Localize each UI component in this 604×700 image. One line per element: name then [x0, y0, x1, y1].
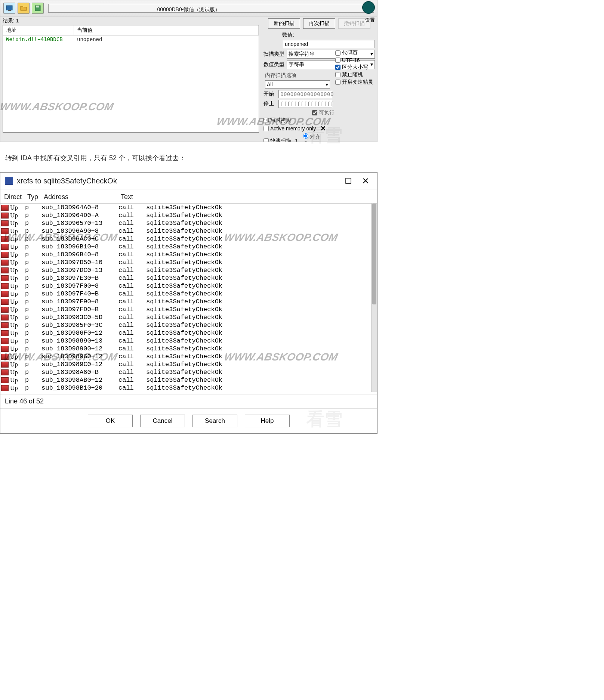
xref-row[interactable]: Uppsub_183D98B10+20callsqlite3SafetyChec… [0, 384, 371, 392]
start-address-input[interactable]: 0000000000000000 [278, 90, 332, 98]
utf16-checkbox[interactable] [335, 58, 340, 63]
select-process-icon[interactable] [3, 3, 15, 14]
xref-direction: Up [10, 321, 25, 329]
col-address[interactable]: Address [44, 193, 121, 201]
xref-address: sub_183D97F90+8 [41, 298, 118, 306]
xref-target: sqlite3SafetyCheckOk [146, 360, 371, 368]
xref-row[interactable]: Uppsub_183D97D50+10callsqlite3SafetyChec… [0, 258, 371, 266]
svg-rect-1 [8, 10, 11, 11]
new-scan-button[interactable]: 新的扫描 [268, 18, 300, 29]
xref-type: p [25, 211, 41, 219]
xref-instr: call [118, 204, 146, 211]
col-text[interactable]: Text [121, 193, 375, 201]
xref-direction: Up [10, 219, 25, 227]
xref-type: p [25, 290, 41, 298]
result-row[interactable]: Weixin.dll+410BDCB unopened [3, 35, 259, 43]
xref-row[interactable]: Uppsub_183D98890+13callsqlite3SafetyChec… [0, 337, 371, 345]
xref-row[interactable]: Uppsub_183D97F40+Bcallsqlite3SafetyCheck… [0, 290, 371, 298]
xref-direction: Up [10, 290, 25, 298]
xref-row[interactable]: Uppsub_183D97F00+8callsqlite3SafetyCheck… [0, 282, 371, 290]
stop-address-input[interactable]: ffffffffffffffff [278, 100, 332, 108]
xref-icon [1, 322, 9, 328]
xref-row[interactable]: Uppsub_183D96A90+8callsqlite3SafetyCheck… [0, 227, 371, 235]
xref-direction: Up [10, 204, 25, 211]
xref-row[interactable]: Uppsub_183D964A0+8callsqlite3SafetyCheck… [0, 204, 371, 211]
xref-row[interactable]: Uppsub_183D98900+12callsqlite3SafetyChec… [0, 345, 371, 353]
xref-row[interactable]: Uppsub_183D96B40+8callsqlite3SafetyCheck… [0, 251, 371, 258]
xref-instr: call [118, 329, 146, 337]
start-label: 开始 [264, 91, 276, 97]
col-direct[interactable]: Direct [3, 193, 27, 201]
xref-row[interactable]: Uppsub_183D964D0+Acallsqlite3SafetyCheck… [0, 211, 371, 219]
ida-titlebar[interactable]: xrefs to sqlite3SafetyCheckOk [0, 173, 377, 189]
xref-row[interactable]: Uppsub_183D983C0+5Dcallsqlite3SafetyChec… [0, 313, 371, 321]
xref-row[interactable]: Uppsub_183D98A60+Bcallsqlite3SafetyCheck… [0, 368, 371, 376]
close-icon[interactable] [358, 176, 373, 186]
xref-icon [1, 252, 9, 258]
scrollbar-thumb[interactable] [372, 204, 376, 304]
xref-type: p [25, 274, 41, 282]
xref-direction: Up [10, 360, 25, 368]
vertical-scrollbar[interactable] [371, 204, 377, 392]
xref-row[interactable]: Uppsub_183D97F90+8callsqlite3SafetyCheck… [0, 298, 371, 306]
xref-instr: call [118, 313, 146, 321]
xref-row[interactable]: Uppsub_183D986F0+12callsqlite3SafetyChec… [0, 329, 371, 337]
xref-row[interactable]: Uppsub_183D97FD0+Bcallsqlite3SafetyCheck… [0, 306, 371, 313]
xref-row[interactable]: Uppsub_183D98960+12callsqlite3SafetyChec… [0, 353, 371, 360]
xref-instr: call [118, 306, 146, 313]
executable-checkbox[interactable] [312, 110, 317, 115]
xref-target: sqlite3SafetyCheckOk [146, 243, 371, 251]
xref-row[interactable]: Uppsub_183D97DC0+13callsqlite3SafetyChec… [0, 266, 371, 274]
col-current-value[interactable]: 当前值 [74, 25, 259, 35]
xref-row[interactable]: Uppsub_183D96570+13callsqlite3SafetyChec… [0, 219, 371, 227]
cow-checkbox[interactable] [264, 118, 269, 123]
xref-direction: Up [10, 353, 25, 360]
settings-label[interactable]: 设置 [365, 17, 375, 24]
results-list[interactable]: 地址 当前值 Weixin.dll+410BDCB unopened [3, 25, 259, 133]
mem-range-select[interactable]: All▾ [265, 80, 330, 89]
scan-value-input[interactable]: unopened [283, 40, 375, 48]
narrative-text: 转到 IDA 中找所有交叉引用，只有 52 个，可以挨个看过去： [5, 153, 372, 163]
xref-row[interactable]: Uppsub_183D989C0+12callsqlite3SafetyChec… [0, 360, 371, 368]
next-scan-button[interactable]: 再次扫描 [303, 18, 335, 29]
xref-instr: call [118, 266, 146, 274]
xref-icon [1, 283, 9, 289]
xref-type: p [25, 298, 41, 306]
xref-target: sqlite3SafetyCheckOk [146, 353, 371, 360]
close-icon[interactable]: ✕ [320, 124, 326, 133]
align-radio[interactable] [303, 133, 308, 139]
casesensitive-checkbox[interactable] [335, 65, 340, 70]
save-file-icon[interactable] [32, 3, 44, 14]
xref-address: sub_183D96570+13 [41, 219, 118, 227]
norandom-checkbox[interactable] [335, 72, 340, 77]
status-line: Line 46 of 52 [0, 394, 377, 408]
xref-row[interactable]: Uppsub_183D97E30+Bcallsqlite3SafetyCheck… [0, 274, 371, 282]
xref-type: p [25, 345, 41, 353]
value-label: 数值: [282, 32, 375, 38]
search-button[interactable]: Search [192, 415, 237, 427]
xref-icon [1, 307, 9, 313]
lastdigits-radio[interactable] [303, 141, 308, 142]
settings-gear-icon[interactable] [362, 1, 375, 14]
xref-row[interactable]: Uppsub_183D985F0+3Ccallsqlite3SafetyChec… [0, 321, 371, 329]
col-typ[interactable]: Typ [27, 193, 44, 201]
xref-target: sqlite3SafetyCheckOk [146, 258, 371, 266]
open-file-icon[interactable] [18, 3, 30, 14]
xref-type: p [25, 251, 41, 258]
xref-row[interactable]: Uppsub_183D96B10+8callsqlite3SafetyCheck… [0, 243, 371, 251]
xref-instr: call [118, 360, 146, 368]
xref-direction: Up [10, 211, 25, 219]
maximize-icon[interactable] [341, 176, 355, 186]
codepage-checkbox[interactable] [335, 50, 340, 56]
speedhack-checkbox[interactable] [335, 80, 340, 85]
fastscan-checkbox[interactable] [264, 138, 269, 142]
xref-list[interactable]: Uppsub_183D964A0+8callsqlite3SafetyCheck… [0, 204, 371, 392]
active-mem-checkbox[interactable] [264, 126, 269, 131]
ok-button[interactable]: OK [88, 415, 133, 427]
help-button[interactable]: Help [245, 415, 290, 427]
col-address[interactable]: 地址 [3, 25, 74, 35]
xref-row[interactable]: Uppsub_183D98AB0+12callsqlite3SafetyChec… [0, 376, 371, 384]
xref-row[interactable]: Uppsub_183D96AC0+Ccallsqlite3SafetyCheck… [0, 235, 371, 243]
cancel-button[interactable]: Cancel [140, 415, 185, 427]
xref-instr: call [118, 290, 146, 298]
